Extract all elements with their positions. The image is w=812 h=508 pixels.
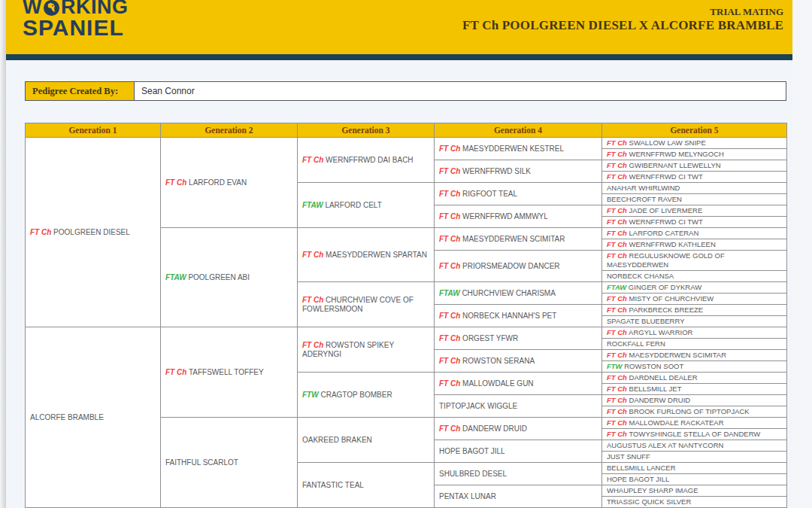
title-prefix: FT Ch: [439, 312, 460, 320]
working-spaniel-logo: WRKING SPANIEL: [23, 0, 128, 38]
dog-name: HOPE BAGOT JILL: [607, 475, 669, 483]
pedigree-cell-gen4-4: FT Ch MAESYDDERWEN SCIMITAR: [435, 228, 602, 251]
pedigree-cell-gen5-11: NORBECK CHANSA: [602, 271, 787, 282]
pedigree-cell-gen3-2: FT Ch MAESYDDERWEN SPARTAN: [298, 228, 435, 282]
pedigree-cell-gen4-1: FT Ch WERNFFRWD SILK: [435, 160, 602, 183]
pedigree-cell-gen5-22: FT Ch DANDERW DRUID: [602, 395, 787, 406]
pedigree-cell-gen5-28: BELLSMILL LANCER: [602, 463, 787, 474]
generation-1-header: Generation 1: [26, 123, 161, 138]
dog-name: LARFORD CATERAN: [629, 229, 699, 237]
pedigree-created-by-bar: Pedigree Created By:: [25, 81, 786, 101]
dog-name: SHULBRED DESEL: [439, 470, 507, 478]
pedigree-cell-gen5-16: FT Ch ARGYLL WARRIOR: [602, 327, 787, 339]
pedigree-cell-gen4-15: PENTAX LUNAR: [435, 485, 602, 508]
dog-name: HOPE BAGOT JILL: [439, 447, 505, 455]
dog-name: CRAGTOP BOMBER: [320, 391, 392, 399]
pedigree-cell-gen5-23: FT Ch BROOK FURLONG OF TIPTOPJACK: [602, 406, 787, 418]
dog-name: DARDNELL DEALER: [629, 373, 698, 382]
dog-name: ALCORFE BRAMBLE: [30, 413, 104, 421]
pedigree-cell-gen5-18: FT Ch MAESYDDERWEN SCIMITAR: [602, 350, 787, 361]
pedigree-cell-gen5-5: BEECHCROFT RAVEN: [602, 194, 787, 205]
title-prefix: FT Ch: [607, 430, 627, 438]
generation-5-header: Generation 5: [602, 123, 787, 138]
pedigree-cell-gen5-10: FT Ch REGULUSKNOWE GOLD OF MAESYDDERWEN: [602, 251, 787, 271]
pedigree-cell-gen3-7: FANTASTIC TEAL: [298, 463, 435, 508]
dog-name: NORBECK CHANSA: [607, 272, 674, 280]
trial-mating-label: TRIAL MATING: [462, 6, 783, 18]
title-prefix: FTAW: [439, 289, 460, 297]
title-prefix: FT Ch: [607, 306, 627, 314]
dog-name: CHURCHVIEW CHARISMA: [462, 289, 555, 297]
pedigree-cell-gen4-3: FT Ch WERNFFRWD AMMWYL: [435, 205, 602, 228]
pedigree-cell-gen4-2: FT Ch RIGFOOT TEAL: [435, 183, 602, 205]
dog-name: WERNFFRWD DAI BACH: [326, 156, 413, 164]
dog-name: AUGUSTUS ALEX AT NANTYCORN: [607, 441, 723, 449]
title-prefix: FT Ch: [165, 368, 186, 376]
pedigree-cell-gen2-3: FAITHFUL SCARLOT: [161, 418, 298, 508]
top-banner: WRKING SPANIEL TRIAL MATING FT Ch POOLGR…: [6, 0, 792, 54]
page: WRKING SPANIEL TRIAL MATING FT Ch POOLGR…: [6, 0, 792, 508]
pedigree-cell-gen1-1: ALCORFE BRAMBLE: [26, 327, 161, 508]
pedigree-cell-gen5-3: FT Ch WERNFFRWD CI TWT: [602, 172, 787, 183]
title-prefix: FT Ch: [302, 251, 323, 259]
dog-name: FANTASTIC TEAL: [302, 481, 364, 489]
pedigree-cell-gen5-31: TRIASSIC QUICK SILVER: [602, 497, 787, 508]
dog-name: MAESYDDERWEN SCIMITAR: [629, 351, 727, 359]
dog-name: LARFORD EVAN: [189, 178, 247, 187]
dog-name: PENTAX LUNAR: [439, 492, 496, 500]
pedigree-cell-gen3-0: FT Ch WERNFFRWD DAI BACH: [298, 138, 435, 183]
pedigree-cell-gen4-7: FT Ch NORBECK HANNAH'S PET: [435, 305, 602, 327]
logo-line-2: SPANIEL: [23, 17, 128, 39]
window-right-edge: [792, 0, 812, 508]
title-prefix: FT Ch: [607, 328, 627, 336]
pedigree-cell-gen3-6: OAKREED BRAKEN: [298, 418, 435, 463]
pedigree-created-by-label: Pedigree Created By:: [26, 82, 135, 100]
pedigree-cell-gen5-19: FTW ROWSTON SOOT: [602, 361, 787, 373]
pedigree-cell-gen5-9: FT Ch WERNFFRWD KATHLEEN: [602, 239, 787, 251]
pedigree-cell-gen4-9: FT Ch ROWSTON SERANA: [435, 350, 602, 373]
dog-name: POOLGREEN ABI: [188, 273, 250, 281]
pedigree-cell-gen5-15: SPAGATE BLUEBERRY: [602, 316, 787, 327]
pedigree-cell-gen5-4: ANAHAR WHIRLWIND: [602, 183, 787, 194]
dog-name: JUST SNUFF: [607, 452, 650, 461]
pedigree-table: Generation 1 Generation 2 Generation 3 G…: [25, 123, 787, 508]
dog-name: TRIASSIC QUICK SILVER: [607, 497, 691, 506]
pedigree-cell-gen3-3: FT Ch CHURCHVIEW COVE OF FOWLERSMOON: [298, 282, 435, 327]
title-prefix: FT Ch: [607, 240, 627, 248]
dog-name: MALLOWDALE GUN: [462, 379, 533, 388]
pedigree-created-by-input[interactable]: [135, 82, 786, 100]
title-prefix: FT Ch: [302, 296, 323, 304]
dog-name: DANDERW DRUID: [462, 424, 527, 433]
dog-name: ANAHAR WHIRLWIND: [607, 184, 680, 192]
dog-name: BROOK FURLONG OF TIPTOPJACK: [629, 407, 750, 415]
pedigree-cell-gen4-0: FT Ch MAESYDDERWEN KESTREL: [435, 138, 602, 160]
title-prefix: FT Ch: [607, 407, 627, 415]
pedigree-cell-gen5-27: JUST SNUFF: [602, 452, 787, 463]
dog-name: MAESYDDERWEN SPARTAN: [326, 251, 427, 259]
dog-name: TAFFSWELL TOFFEY: [189, 368, 264, 376]
dog-name: ROCKFALL FERN: [607, 339, 665, 348]
dog-name: TIPTOPJACK WIGGLE: [439, 402, 517, 410]
pedigree-cell-gen5-14: FT Ch PARKBRECK BREEZE: [602, 305, 787, 316]
dog-name: BELLSMILL JET: [629, 385, 682, 393]
title-prefix: FTW: [302, 391, 319, 399]
window-left-edge: [0, 0, 6, 508]
dog-name: DANDERW DRUID: [629, 396, 691, 404]
dog-name: NORBECK HANNAH'S PET: [462, 312, 556, 320]
title-prefix: FT Ch: [439, 190, 460, 198]
dog-name: WERNFFRWD AMMWYL: [462, 212, 548, 221]
generation-3-header: Generation 3: [298, 123, 435, 138]
pedigree-cell-gen5-25: FT Ch TOWYSHINGLE STELLA OF DANDERW: [602, 429, 787, 440]
pedigree-cell-gen5-2: FT Ch GWIBERNANT LLEWELLYN: [602, 160, 787, 172]
dog-name: PARKBRECK BREEZE: [629, 306, 704, 314]
pedigree-cell-gen4-12: FT Ch DANDERW DRUID: [435, 418, 602, 440]
dog-name: WERNFFRWD SILK: [462, 167, 531, 175]
pedigree-cell-gen5-0: FT Ch SWALLOW LAW SNIPE: [602, 138, 787, 149]
dog-name: ORGEST YFWR: [462, 334, 518, 342]
pedigree-cell-gen5-1: FT Ch WERNFFRWD MELYNGOCH: [602, 149, 787, 160]
pedigree-cell-gen5-12: FTAW GINGER OF DYKRAW: [602, 282, 787, 294]
generation-4-header: Generation 4: [435, 123, 602, 138]
title-prefix: FT Ch: [439, 379, 460, 388]
title-prefix: FT Ch: [439, 144, 460, 153]
dog-name: WERNFFRWD MELYNGOCH: [629, 150, 724, 158]
